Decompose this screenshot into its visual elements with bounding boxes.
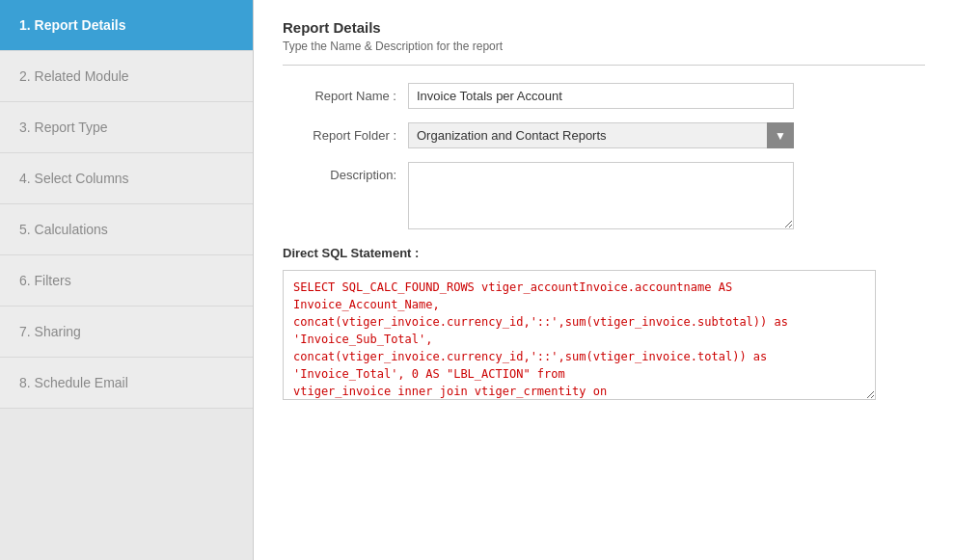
description-textarea[interactable]: [408, 162, 794, 229]
sidebar-item-filters[interactable]: 6. Filters: [0, 255, 253, 307]
sidebar-item-report-type[interactable]: 3. Report Type: [0, 102, 253, 153]
report-name-label: Report Name :: [283, 83, 408, 103]
section-subtitle: Type the Name & Description for the repo…: [283, 40, 925, 53]
report-folder-row: Report Folder : Organization and Contact…: [283, 122, 925, 148]
sidebar-item-calculations[interactable]: 5. Calculations: [0, 204, 253, 255]
sql-label: Direct SQL Statement :: [283, 246, 925, 260]
report-name-row: Report Name :: [283, 83, 925, 109]
report-name-input[interactable]: [408, 83, 794, 109]
section-title: Report Details: [283, 19, 925, 36]
section-divider: [283, 65, 925, 66]
report-name-field: [408, 83, 925, 109]
sidebar-item-select-columns[interactable]: 4. Select Columns: [0, 153, 253, 204]
sidebar: 1. Report Details2. Related Module3. Rep…: [0, 0, 254, 560]
sidebar-item-report-details[interactable]: 1. Report Details: [0, 0, 253, 51]
sidebar-item-sharing[interactable]: 7. Sharing: [0, 307, 253, 358]
description-row: Description:: [283, 162, 925, 232]
main-content: Report Details Type the Name & Descripti…: [254, 0, 954, 560]
report-folder-select[interactable]: Organization and Contact ReportsSales Re…: [408, 122, 794, 148]
report-folder-label: Report Folder :: [283, 122, 408, 143]
sql-textarea[interactable]: [283, 270, 876, 400]
sidebar-item-schedule-email[interactable]: 8. Schedule Email: [0, 358, 253, 409]
report-folder-field: Organization and Contact ReportsSales Re…: [408, 122, 925, 148]
sidebar-item-related-module[interactable]: 2. Related Module: [0, 51, 253, 102]
report-folder-select-wrapper: Organization and Contact ReportsSales Re…: [408, 122, 794, 148]
description-field: [408, 162, 925, 232]
sql-section: Direct SQL Statement :: [283, 246, 925, 403]
description-label: Description:: [283, 162, 408, 182]
